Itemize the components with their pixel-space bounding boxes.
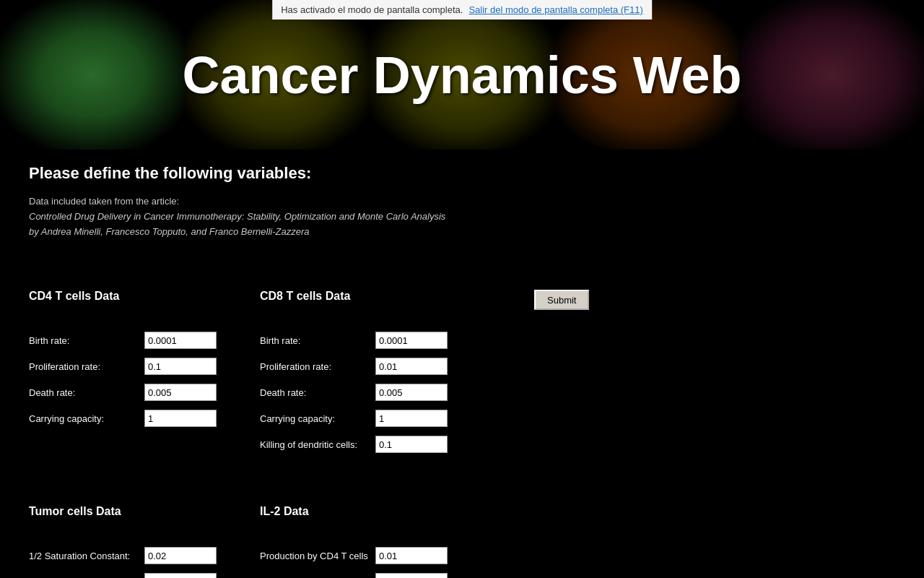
cd8-prolif-row: Proliferation rate:	[260, 358, 520, 375]
fullscreen-notification: Has activado el modo de pantalla complet…	[272, 0, 652, 20]
site-title: Cancer Dynamics Web	[183, 46, 742, 105]
article-info: Data included taken from the article: Co…	[29, 194, 895, 239]
cd8-birth-input[interactable]	[375, 332, 448, 349]
il2-production-row: Production by CD4 T cells	[260, 547, 520, 564]
cd4-birth-input[interactable]	[144, 332, 217, 349]
cd8-death-input[interactable]	[375, 384, 448, 401]
submit-area: Submit	[534, 290, 589, 310]
cd4-carrying-label: Carrying capacity:	[29, 413, 144, 424]
tumor-killing-input[interactable]	[144, 573, 217, 578]
page-heading: Please define the following variables:	[29, 164, 895, 183]
cd8-killing-row: Killing of dendritic cells:	[260, 436, 520, 453]
cd8-killing-input[interactable]	[375, 436, 448, 453]
cd4-death-row: Death rate:	[29, 384, 245, 401]
cd8-birth-label: Birth rate:	[260, 335, 375, 346]
cd4-carrying-input[interactable]	[144, 410, 217, 427]
cd8-prolif-input[interactable]	[375, 358, 448, 375]
tumor-section: Tumor cells Data 1/2 Saturation Constant…	[29, 505, 260, 578]
bg-section-green	[0, 0, 185, 150]
cd4-birth-label: Birth rate:	[29, 335, 144, 346]
submit-button[interactable]: Submit	[534, 290, 589, 310]
cd8-section: CD8 T cells Data Birth rate: Proliferati…	[260, 290, 534, 476]
tumor-saturation-row: 1/2 Saturation Constant:	[29, 547, 245, 564]
fullscreen-message: Has activado el modo de pantalla complet…	[281, 4, 463, 15]
cd4-section: CD4 T cells Data Birth rate: Proliferati…	[29, 290, 260, 450]
il2-section-title: IL-2 Data	[260, 505, 520, 518]
cd8-killing-label: Killing of dendritic cells:	[260, 439, 375, 450]
il2-production-input[interactable]	[375, 547, 448, 564]
cd8-birth-row: Birth rate:	[260, 332, 520, 349]
cd8-carrying-input[interactable]	[375, 410, 448, 427]
bg-section-pink	[739, 0, 924, 150]
main-content: Please define the following variables: D…	[0, 150, 924, 578]
article-line3: by Andrea Minelli, Francesco Topputo, an…	[29, 226, 310, 237]
tumor-saturation-input[interactable]	[144, 547, 217, 564]
cd4-carrying-row: Carrying capacity:	[29, 410, 245, 427]
cd4-birth-row: Birth rate:	[29, 332, 245, 349]
exit-fullscreen-link[interactable]: Salir del modo de pantalla completa (F11…	[468, 4, 642, 15]
il2-section: IL-2 Data Production by CD4 T cells Degr…	[260, 505, 534, 578]
cd8-prolif-label: Proliferation rate:	[260, 361, 375, 372]
il2-production-label: Production by CD4 T cells	[260, 551, 375, 561]
cd4-death-label: Death rate:	[29, 387, 144, 398]
cd8-death-label: Death rate:	[260, 387, 375, 398]
cd8-carrying-label: Carrying capacity:	[260, 413, 375, 424]
cd8-carrying-row: Carrying capacity:	[260, 410, 520, 427]
cd8-section-title: CD8 T cells Data	[260, 290, 520, 303]
article-line2: Controlled Drug Delivery in Cancer Immun…	[29, 211, 445, 222]
il2-degradation-input[interactable]	[375, 573, 448, 578]
cd8-death-row: Death rate:	[260, 384, 520, 401]
cd4-death-input[interactable]	[144, 384, 217, 401]
cd4-prolif-label: Proliferation rate:	[29, 361, 144, 372]
article-line1: Data included taken from the article:	[29, 196, 179, 207]
tumor-section-title: Tumor cells Data	[29, 505, 245, 518]
tumor-killing-row: Killing by CD8 T cells:	[29, 573, 245, 578]
il2-degradation-row: Degradation rate	[260, 573, 520, 578]
header-banner: Cancer Dynamics Web	[0, 0, 924, 150]
cd4-section-title: CD4 T cells Data	[29, 290, 245, 303]
cd4-prolif-input[interactable]	[144, 358, 217, 375]
cd4-prolif-row: Proliferation rate:	[29, 358, 245, 375]
tumor-saturation-label: 1/2 Saturation Constant:	[29, 551, 144, 561]
